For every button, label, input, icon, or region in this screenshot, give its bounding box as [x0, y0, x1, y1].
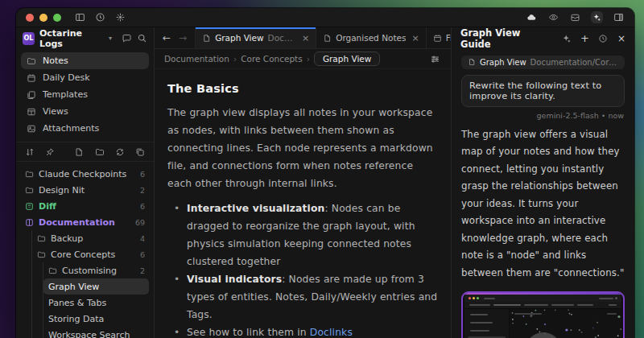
minimize-window-button[interactable]: [39, 14, 47, 22]
tree-item-label: Workspace Search: [48, 330, 145, 338]
sidebar-item-label: Attachments: [43, 123, 99, 134]
section-heading: The Basics: [167, 80, 438, 97]
tree-item-documentation[interactable]: Documentation 69: [21, 214, 149, 230]
tree-item-count: 2: [140, 266, 145, 275]
tree-item-count: 2: [140, 186, 145, 195]
sidebar-item-templates[interactable]: Templates: [21, 86, 149, 103]
close-tab-icon[interactable]: ×: [411, 33, 419, 43]
titlebar: [16, 8, 634, 27]
templates-icon: [27, 90, 36, 100]
collapse-all-icon[interactable]: [134, 146, 146, 158]
back-button[interactable]: ←: [163, 32, 171, 43]
chip-title: Graph View: [480, 58, 526, 67]
folder-icon: [37, 234, 46, 243]
calendar-icon: [27, 73, 36, 83]
sidebar-item-notes[interactable]: Notes: [21, 52, 149, 69]
tree-item-customising[interactable]: Customising 2: [43, 262, 149, 278]
forward-button[interactable]: →: [179, 32, 187, 43]
columns-icon: [25, 218, 34, 227]
close-tab-icon[interactable]: ×: [302, 33, 309, 43]
panel-left-icon[interactable]: [74, 11, 86, 23]
tree-item-storing-data[interactable]: Storing Data: [43, 311, 149, 327]
chevron-down-icon: ▾: [109, 35, 112, 42]
tab-bar: ← → Graph View Documentation × Organised…: [155, 27, 451, 49]
sync-icon[interactable]: [114, 146, 126, 158]
zoom-window-button[interactable]: [53, 14, 61, 22]
video-preview[interactable]: [461, 291, 625, 338]
breadcrumb-part[interactable]: Documentation: [164, 54, 229, 64]
breadcrumb-separator: ›: [233, 54, 237, 64]
tree-item-workspace-search[interactable]: Workspace Search: [43, 327, 149, 338]
tree-item-diff[interactable]: Diff 6: [21, 198, 149, 214]
close-icon[interactable]: ×: [617, 33, 625, 44]
message-meta: gemini-2.5-flash • now: [462, 111, 624, 120]
tree-item-label: Backup: [51, 233, 135, 244]
note-title-input[interactable]: Graph View: [314, 52, 380, 66]
tree-item-label: Panes & Tabs: [48, 298, 145, 308]
breadcrumb-part[interactable]: Core Concepts: [241, 54, 303, 64]
context-chip[interactable]: Graph View Documentation/Core Concepts: [461, 56, 625, 69]
tab-title: Graph View: [215, 33, 263, 43]
tree-item-label: Documentation: [39, 217, 130, 228]
tab-graph-view[interactable]: Graph View Documentation ×: [196, 27, 316, 48]
archive-icon[interactable]: [569, 11, 581, 23]
tree-item-core-concepts[interactable]: Core Concepts 6: [32, 246, 149, 262]
ai-sparkle-icon[interactable]: [560, 32, 572, 44]
bullet-list: Interactive visualization: Nodes can be …: [167, 200, 438, 338]
folder-icon: [48, 266, 57, 275]
mock-sidebar: [464, 309, 510, 338]
sidebar-item-daily-desk[interactable]: Daily Desk: [21, 69, 149, 86]
tab-organised-notes[interactable]: Organised Notes ×: [316, 27, 427, 48]
sidebar-item-views[interactable]: Views: [21, 103, 149, 120]
pin-icon[interactable]: [44, 146, 56, 158]
tree-item-claude-checkpoints[interactable]: Claude Checkpoints 6: [21, 166, 149, 182]
close-window-button[interactable]: [26, 14, 34, 22]
tree-item-design-nit[interactable]: Design Nit 2: [21, 182, 149, 198]
sidebar-item-label: Templates: [43, 89, 88, 100]
tree-item-label: Customising: [62, 266, 135, 276]
note-options-icon[interactable]: [429, 53, 441, 65]
cloud-icon[interactable]: [526, 11, 538, 23]
history-icon[interactable]: [597, 32, 609, 44]
tree-item-label: Graph View: [48, 282, 145, 292]
eye-icon[interactable]: [547, 11, 559, 23]
history-icon[interactable]: [94, 11, 106, 23]
main-layout: OL Octarine Logs ▾ Notes: [16, 27, 634, 338]
burst-icon[interactable]: [114, 11, 126, 23]
new-chat-icon[interactable]: +: [580, 32, 589, 44]
mock-graph-area: [510, 309, 621, 338]
doclinks-link[interactable]: Doclinks: [310, 327, 353, 338]
calendar-icon: [433, 34, 442, 43]
new-folder-icon[interactable]: [94, 146, 105, 158]
tree-item-count: 6: [140, 170, 145, 179]
breadcrumb: Documentation › Core Concepts › Graph Vi…: [155, 49, 451, 69]
bullet-item: Visual indicators: Nodes are made up fro…: [167, 270, 438, 324]
workspace-switcher[interactable]: OL Octarine Logs ▾: [16, 27, 154, 49]
tree-item-count: 4: [140, 234, 145, 243]
note-content[interactable]: The Basics The graph view displays all n…: [155, 69, 451, 338]
file-tree: Claude Checkpoints 6 Design Nit 2 Diff 6: [16, 162, 154, 338]
chip-path: Documentation/Core Concepts: [530, 58, 618, 67]
assistant-title: Graph View Guide: [460, 27, 552, 50]
ai-sparkle-icon[interactable]: [591, 11, 603, 23]
panel-right-icon[interactable]: [613, 11, 625, 23]
workspace-name: Octarine Logs: [39, 28, 104, 49]
tree-item-graph-view[interactable]: Graph View: [43, 278, 149, 295]
tree-item-backup[interactable]: Backup 4: [32, 230, 149, 246]
table-icon: [27, 107, 36, 117]
app-window: OL Octarine Logs ▾ Notes: [16, 8, 634, 338]
sidebar: OL Octarine Logs ▾ Notes: [16, 27, 155, 338]
tree-item-label: Claude Checkpoints: [39, 169, 135, 179]
new-note-icon[interactable]: [73, 146, 85, 158]
tree-group-documentation: Backup 4 Core Concepts 6 Customising: [31, 230, 149, 338]
search-icon[interactable]: [137, 33, 147, 43]
sort-icon[interactable]: [24, 146, 35, 158]
chat-icon[interactable]: [122, 33, 132, 43]
mock-titlebar: [464, 295, 621, 302]
tree-item-count: 69: [135, 218, 145, 227]
tree-item-panes-tabs[interactable]: Panes & Tabs: [43, 295, 149, 311]
tab-title: Organised Notes: [336, 33, 406, 43]
tree-item-label: Core Concepts: [51, 249, 135, 260]
sidebar-item-attachments[interactable]: Attachments: [21, 120, 149, 137]
folder-icon: [27, 56, 36, 66]
